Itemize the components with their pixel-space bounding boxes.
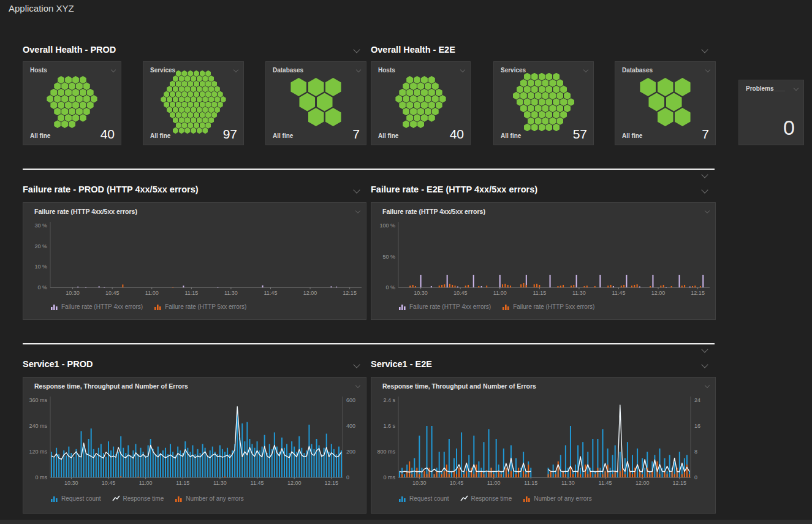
hexagon[interactable] <box>184 107 190 113</box>
hexagon[interactable] <box>675 108 691 126</box>
hexagon[interactable] <box>83 82 90 90</box>
hexagon[interactable] <box>553 111 560 119</box>
hexagon[interactable] <box>545 98 552 106</box>
hexagon[interactable] <box>308 108 324 126</box>
hexagon[interactable] <box>428 76 435 84</box>
hexagon[interactable] <box>184 86 190 92</box>
hexagon[interactable] <box>539 98 545 106</box>
hexagon[interactable] <box>414 114 420 122</box>
hexagon[interactable] <box>545 85 552 93</box>
hexagon[interactable] <box>202 86 208 92</box>
hexagon[interactable] <box>54 82 61 90</box>
hexagon[interactable] <box>191 107 196 113</box>
hexagon[interactable] <box>176 91 181 97</box>
hexagon[interactable] <box>188 91 193 97</box>
hexagon[interactable] <box>202 75 208 82</box>
hexagon[interactable] <box>191 75 196 82</box>
service-prod-plot[interactable]: 0 ms120 ms240 ms360 ms020040060010:3010:… <box>28 393 364 490</box>
hexagon[interactable] <box>50 101 57 109</box>
hexagon[interactable] <box>648 93 664 111</box>
hexagon[interactable] <box>179 117 184 123</box>
hexagon[interactable] <box>539 123 545 131</box>
hexagon[interactable] <box>535 79 542 87</box>
health-tile-databases-e2e[interactable]: Databases All fine 7 <box>615 61 716 145</box>
hexagon[interactable] <box>528 104 534 112</box>
hexagon[interactable] <box>218 102 223 108</box>
hexagon[interactable] <box>173 75 178 82</box>
hexagon[interactable] <box>549 79 556 87</box>
hexagon[interactable] <box>214 86 220 92</box>
hexagon[interactable] <box>432 108 439 116</box>
hexagon[interactable] <box>47 95 53 103</box>
hexagon[interactable] <box>658 108 674 126</box>
hexagon[interactable] <box>528 92 534 100</box>
hexagon[interactable] <box>80 76 86 84</box>
hexagon[interactable] <box>211 102 217 108</box>
hexagon[interactable] <box>197 96 202 102</box>
hexagon[interactable] <box>179 96 184 102</box>
hexagon[interactable] <box>200 70 205 77</box>
hexagon[interactable] <box>325 108 341 126</box>
chevron-down-icon[interactable] <box>701 171 708 178</box>
hexagon[interactable] <box>513 92 520 100</box>
honeycomb[interactable] <box>143 75 243 129</box>
hexagon[interactable] <box>520 104 527 112</box>
hexagon[interactable] <box>181 81 187 87</box>
hexagon[interactable] <box>58 114 64 122</box>
hexagon[interactable] <box>542 104 548 112</box>
hexagon[interactable] <box>531 73 538 81</box>
service-e2e-plot[interactable]: 0 ms800 ms1.6 s2.4 s08162410:3010:4511:0… <box>376 393 712 490</box>
hexagon[interactable] <box>200 122 205 128</box>
hexagon[interactable] <box>69 120 75 128</box>
hexagon[interactable] <box>517 98 523 106</box>
hexagon[interactable] <box>173 127 178 134</box>
hexagon[interactable] <box>524 123 531 131</box>
hexagon[interactable] <box>179 107 184 113</box>
hexagon[interactable] <box>176 81 181 87</box>
hexagon[interactable] <box>202 107 208 113</box>
hexagon[interactable] <box>72 101 79 109</box>
chevron-down-icon[interactable] <box>794 86 799 91</box>
hexagon[interactable] <box>181 112 187 118</box>
hexagon[interactable] <box>191 117 196 123</box>
hexagon[interactable] <box>184 117 190 123</box>
horizontal-scrollbar[interactable] <box>0 520 812 524</box>
hexagon[interactable] <box>535 92 542 100</box>
hexagon[interactable] <box>184 75 190 82</box>
legend-item[interactable]: Failure rate (HTTP 4xx errors) <box>50 303 143 310</box>
hexagon[interactable] <box>560 85 567 93</box>
hexagon[interactable] <box>535 117 542 125</box>
hexagon[interactable] <box>65 76 72 84</box>
hexagon[interactable] <box>202 96 208 102</box>
chevron-down-icon[interactable] <box>111 67 116 72</box>
hexagon[interactable] <box>325 78 341 96</box>
hexagon[interactable] <box>76 108 83 116</box>
hexagon[interactable] <box>173 96 178 102</box>
hexagon[interactable] <box>164 91 169 97</box>
hexagon[interactable] <box>61 95 68 103</box>
hexagon[interactable] <box>524 73 531 81</box>
health-tile-hosts-e2e[interactable]: Hosts All fine 40 <box>371 61 471 145</box>
hexagon[interactable] <box>436 89 442 97</box>
chart-tile-failure-prod[interactable]: Failure rate (HTTP 4xx/5xx errors) 0 %10… <box>23 202 366 320</box>
hexagon[interactable] <box>173 86 178 92</box>
chevron-down-icon[interactable] <box>460 67 465 72</box>
hexagon[interactable] <box>181 122 187 128</box>
hexagon[interactable] <box>549 117 556 125</box>
hexagon[interactable] <box>531 111 538 119</box>
hexagon[interactable] <box>72 76 79 84</box>
hexagon[interactable] <box>406 76 413 84</box>
hexagon[interactable] <box>197 86 202 92</box>
chevron-down-icon[interactable] <box>233 67 238 72</box>
hexagon[interactable] <box>218 91 223 97</box>
hexagon[interactable] <box>666 93 682 111</box>
hexagon[interactable] <box>414 89 420 97</box>
hexagon[interactable] <box>403 108 409 116</box>
hexagon[interactable] <box>194 70 199 77</box>
hexagon[interactable] <box>181 70 187 77</box>
hexagon[interactable] <box>535 104 542 112</box>
hexagon[interactable] <box>539 111 545 119</box>
chevron-down-icon[interactable] <box>705 383 710 388</box>
hexagon[interactable] <box>528 117 534 125</box>
hexagon[interactable] <box>91 95 97 103</box>
